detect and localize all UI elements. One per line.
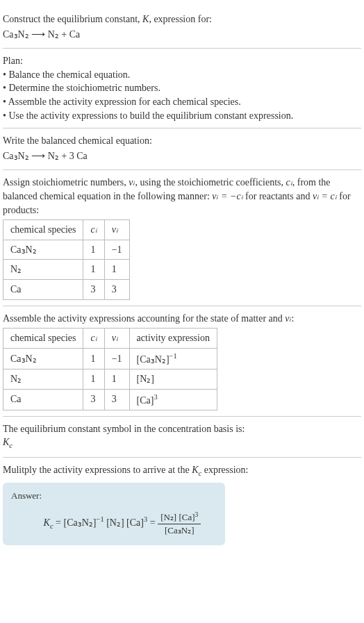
species-cell: Ca₃N₂	[3, 240, 83, 260]
k-var: K	[3, 437, 9, 447]
plan-heading: Plan:	[3, 54, 361, 68]
c-cell: 1	[83, 260, 104, 280]
fraction-num: [N₂] [Ca]3	[158, 510, 201, 525]
plan-section: Plan: • Balance the chemical equation. •…	[3, 49, 361, 128]
c-cell: 1	[83, 240, 104, 260]
plan-item: • Use the activity expressions to build …	[3, 109, 361, 123]
v-cell: 3	[104, 279, 129, 299]
species-cell: Ca₃N₂	[3, 348, 83, 369]
table-row: Ca₃N₂ 1 −1	[3, 240, 130, 260]
term-base: [Ca₃N₂]	[63, 517, 96, 528]
expr-sup: −1	[169, 352, 177, 360]
answer-equation: Kc = [Ca₃N₂]−1 [N₂] [Ca]3 = [N₂] [Ca]3[C…	[11, 507, 217, 539]
table-header-row: chemical species cᵢ νᵢ	[3, 220, 130, 240]
num-term: [N₂]	[160, 512, 179, 522]
balanced-section: Write the balanced chemical equation: Ca…	[3, 128, 361, 170]
term-sup: −1	[96, 515, 104, 523]
table-row: Ca 3 3 [Ca]3	[3, 389, 217, 410]
construct-suffix: , expression for:	[149, 14, 212, 24]
stoich-text: Assign stoichiometric numbers,	[3, 177, 129, 188]
multiply-suffix: expression:	[201, 465, 248, 475]
nu-var: νᵢ	[285, 313, 291, 324]
multiply-section: Mulitply the activity expressions to arr…	[3, 458, 361, 551]
intro-equation: Ca₃N₂ ⟶ N₂ + Ca	[3, 28, 361, 42]
k-sub: c	[9, 442, 13, 449]
table-row: Ca₃N₂ 1 −1 [Ca₃N₂]−1	[3, 348, 217, 369]
table-header: cᵢ	[83, 329, 104, 349]
table-row: N₂ 1 1	[3, 260, 130, 280]
k-var: K	[192, 465, 198, 475]
species-cell: N₂	[3, 260, 83, 280]
table-header: cᵢ	[83, 220, 104, 240]
c-cell: 3	[83, 279, 104, 299]
term: [N₂]	[104, 517, 126, 528]
expr-cell: [N₂]	[129, 369, 217, 389]
ci-var: cᵢ	[286, 177, 292, 188]
plan-item: • Balance the chemical equation.	[3, 68, 361, 82]
num-term-base: [Ca]	[179, 512, 195, 522]
symbol-section: The equilibrium constant symbol in the c…	[3, 417, 361, 458]
plan-item: • Assemble the activity expression for e…	[3, 95, 361, 109]
intro-section: Construct the equilibrium constant, K, e…	[3, 6, 361, 49]
k-var: K	[142, 14, 149, 24]
construct-line: Construct the equilibrium constant, K, e…	[3, 13, 361, 26]
species-cell: Ca	[3, 389, 83, 410]
activity-text: Assemble the activity expressions accoun…	[3, 313, 285, 324]
expr-sup: 3	[154, 393, 157, 401]
eq-sign: =	[53, 517, 64, 528]
activity-section: Assemble the activity expressions accoun…	[3, 306, 361, 417]
table-header: νᵢ	[104, 329, 129, 349]
table-header: νᵢ	[104, 220, 129, 240]
rule-text: νᵢ = −cᵢ	[212, 191, 242, 201]
balanced-equation: Ca₃N₂ ⟶ N₂ + 3 Ca	[3, 149, 361, 163]
answer-label: Answer:	[11, 490, 217, 502]
species-cell: N₂	[3, 369, 83, 389]
kc-lhs: Kc	[44, 517, 53, 528]
expr-cell: [Ca]3	[129, 389, 217, 410]
table-header: chemical species	[3, 329, 83, 349]
c-cell: 1	[83, 369, 104, 389]
stoich-text: for reactants and	[243, 191, 313, 201]
v-cell: −1	[104, 348, 129, 369]
stoich-section: Assign stoichiometric numbers, νᵢ, using…	[3, 170, 361, 306]
fraction: [N₂] [Ca]3[Ca₃N₂]	[158, 510, 201, 538]
v-cell: 1	[104, 369, 129, 389]
activity-table: chemical species cᵢ νᵢ activity expressi…	[3, 328, 217, 410]
construct-text: Construct the equilibrium constant,	[3, 14, 142, 24]
num-term-sup: 3	[195, 510, 199, 518]
rule-text: νᵢ = cᵢ	[313, 191, 337, 201]
species-cell: Ca	[3, 279, 83, 299]
v-cell: 3	[104, 389, 129, 410]
v-cell: 1	[104, 260, 129, 280]
multiply-prefix: Mulitply the activity expressions to arr…	[3, 465, 192, 475]
activity-text: :	[292, 313, 295, 324]
fraction-den: [Ca₃N₂]	[158, 524, 201, 537]
kc-symbol: Kc	[3, 435, 361, 451]
multiply-text: Mulitply the activity expressions to arr…	[3, 463, 361, 479]
expr-cell: [Ca₃N₂]−1	[129, 348, 217, 369]
expr-base: [Ca]	[137, 394, 154, 405]
answer-box: Answer: Kc = [Ca₃N₂]−1 [N₂] [Ca]3 = [N₂]…	[3, 483, 225, 545]
expr-base: [Ca₃N₂]	[137, 354, 169, 364]
table-row: Ca 3 3	[3, 279, 130, 299]
c-cell: 1	[83, 348, 104, 369]
stoich-table: chemical species cᵢ νᵢ Ca₃N₂ 1 −1 N₂ 1 1…	[3, 219, 130, 299]
stoich-intro: Assign stoichiometric numbers, νᵢ, using…	[3, 176, 361, 217]
symbol-text: The equilibrium constant symbol in the c…	[3, 422, 361, 436]
eq-sign: =	[147, 517, 158, 528]
expr-base: [N₂]	[137, 374, 154, 384]
activity-intro: Assemble the activity expressions accoun…	[3, 312, 361, 326]
term-base: [Ca]	[126, 517, 144, 528]
plan-item: • Determine the stoichiometric numbers.	[3, 81, 361, 95]
balanced-heading: Write the balanced chemical equation:	[3, 134, 361, 148]
c-cell: 3	[83, 389, 104, 410]
stoich-text: , using the stoichiometric coefficients,	[135, 177, 286, 188]
v-cell: −1	[104, 240, 129, 260]
k-var: K	[44, 517, 50, 528]
table-row: N₂ 1 1 [N₂]	[3, 369, 217, 389]
table-header: chemical species	[3, 220, 83, 240]
table-header-row: chemical species cᵢ νᵢ activity expressi…	[3, 329, 217, 349]
table-header: activity expression	[129, 329, 217, 349]
kc-inline: Kc	[192, 465, 201, 475]
